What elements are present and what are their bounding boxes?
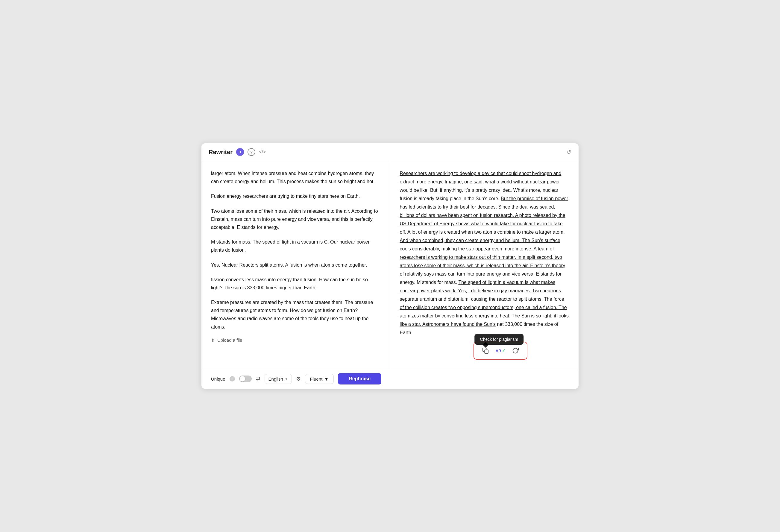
code-icon[interactable]: </> — [259, 149, 266, 155]
left-para-7: Extreme pressures are created by the mas… — [211, 298, 380, 331]
left-para-2: Fusion energy researchers are trying to … — [211, 192, 380, 200]
right-panel: Researchers are working to develop a dev… — [390, 161, 579, 369]
fluency-label: Fluent — [310, 376, 323, 381]
check-ab-icon[interactable]: AB ✓ — [495, 345, 506, 356]
language-chevron: ▼ — [285, 377, 288, 381]
left-para-1: larger atom. When intense pressure and h… — [211, 169, 380, 185]
help-icon[interactable]: ? — [248, 148, 255, 156]
rephrase-button[interactable]: Rephrase — [338, 373, 381, 384]
left-para-6: fission converts less mass into energy t… — [211, 276, 380, 292]
magic-icon[interactable]: ✦ — [236, 148, 244, 156]
app-container: Rewriter ✦ ? </> ↺ larger atom. When int… — [201, 143, 579, 389]
upload-label: Upload a file — [217, 337, 242, 342]
header: Rewriter ✦ ? </> ↺ — [201, 143, 579, 161]
main-content: larger atom. When intense pressure and h… — [201, 161, 579, 369]
history-icon[interactable]: ↺ — [566, 148, 571, 156]
plagiarism-tooltip-label: Check for plagiarism — [480, 337, 519, 342]
plagiarism-tooltip: Check for plagiarism — [475, 334, 524, 345]
language-selector[interactable]: English ▼ — [264, 374, 292, 384]
upload-icon: ⬆ — [211, 337, 215, 343]
language-label: English — [269, 376, 283, 381]
right-text-3: But the promise of fusion power has led … — [400, 196, 569, 234]
filter-icon[interactable]: ⚙ — [296, 375, 301, 382]
fluency-selector[interactable]: Fluent ▼ — [305, 374, 334, 384]
right-panel-text: Researchers are working to develop a dev… — [400, 169, 569, 337]
app-title: Rewriter — [209, 149, 233, 156]
unique-info-icon[interactable]: i — [230, 376, 235, 381]
left-para-4: M stands for mass. The speed of light in… — [211, 238, 380, 254]
left-para-5: Yes. Nuclear Reactors split atoms. A fus… — [211, 261, 380, 269]
toggle-knob — [240, 376, 245, 381]
translate-icon: ⇄ — [256, 375, 260, 382]
unique-label: Unique — [211, 376, 226, 381]
upload-file-button[interactable]: ⬆ Upload a file — [211, 337, 380, 343]
footer-bar: Unique i ⇄ English ▼ ⚙ Fluent ▼ Rephrase — [201, 369, 579, 389]
svg-rect-0 — [485, 350, 488, 353]
fluency-chevron: ▼ — [324, 376, 329, 381]
left-para-3: Two atoms lose some of their mass, which… — [211, 207, 380, 231]
left-panel: larger atom. When intense pressure and h… — [201, 161, 390, 369]
unique-toggle[interactable] — [239, 375, 252, 382]
header-left: Rewriter ✦ ? </> — [209, 148, 266, 156]
refresh-icon[interactable] — [510, 345, 521, 356]
right-text-8: Yes, I do believe in gay marriages. Two … — [400, 288, 569, 327]
